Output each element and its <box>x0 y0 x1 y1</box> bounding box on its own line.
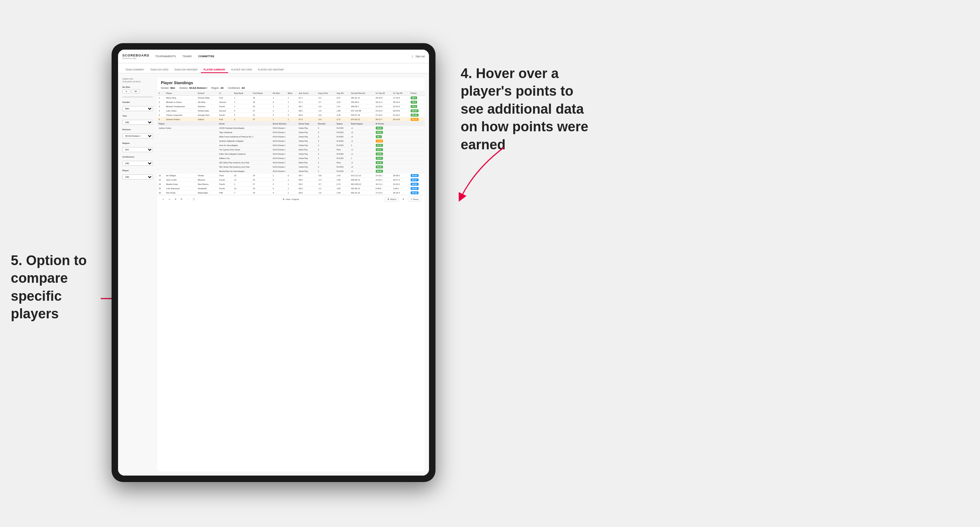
table-row: 6 Jackson Kolson Auburn First 2 27 1 1 6… <box>157 117 425 122</box>
player-name-cell[interactable]: Michael Thorbjornsen <box>164 104 196 109</box>
conference-filter: Conference (All) <box>123 156 153 166</box>
points-badge-hovered[interactable]: 58.18 <box>410 118 418 121</box>
no-rds-filter: No Rds. <box>123 86 153 97</box>
w-points-badge: 16.50 <box>376 152 383 156</box>
redo-button[interactable]: ↪ <box>167 197 172 201</box>
share-button[interactable]: ↗ Share <box>408 197 421 202</box>
player-select[interactable]: (All) <box>123 175 153 179</box>
player-name-cell[interactable]: Jackson Kolson <box>164 117 196 122</box>
update-time: Update time: 27/01/2024 16:56:26 <box>123 78 153 83</box>
more-button[interactable]: ··· <box>185 197 190 201</box>
conference-filter-display: Conference: All <box>228 87 245 89</box>
filters-row: Gender: Men Division: NCAA Division I Re… <box>161 87 421 89</box>
player-name-cell[interactable]: Michael Le Sasso <box>164 100 196 104</box>
undo-button[interactable]: ↩ <box>161 197 165 201</box>
points-badge[interactable]: 76.3 <box>410 101 417 103</box>
expanded-table-row: Jackson Kolson UNCW Seahawk Intercollegi… <box>157 126 425 130</box>
tablet-screen: SCOREBOARD Powered by clippi TOURNAMENTS… <box>118 50 429 476</box>
points-badge[interactable]: 60.02 <box>410 183 418 186</box>
tab-player-summary[interactable]: PLAYER SUMMARY <box>201 67 229 73</box>
col-adj-score: Adj. Score <box>297 91 317 96</box>
nav-committee[interactable]: COMMITTEE <box>198 53 215 59</box>
player-name-cell[interactable]: Luke Claton <box>164 109 196 113</box>
table-row: 23 Jack Lundin Missouri Fourth 11 24 0 1… <box>157 178 425 182</box>
conference-select[interactable]: (All) <box>123 161 153 166</box>
table-row: 5 Christo Lamprecht Georgia Tech Fourth … <box>157 113 425 117</box>
no-rds-min-input[interactable] <box>123 89 130 94</box>
col-vs25: Vs Top 25 <box>374 91 392 96</box>
points-badge[interactable]: 88.2 <box>410 97 417 99</box>
settings-button[interactable]: ⚙ <box>173 197 178 201</box>
player-name-cell[interactable]: Petr Hruby <box>164 190 196 195</box>
watch-button[interactable]: 👁 Watch <box>385 197 399 202</box>
points-badge[interactable]: 60.27 <box>410 178 418 181</box>
player-name-cell[interactable]: Wenyi Ding <box>164 96 196 100</box>
tab-team-summary[interactable]: TEAM SUMMARY <box>123 67 147 73</box>
points-badge[interactable]: 60.49 <box>410 114 418 117</box>
expanded-table-row: Fallen Oak Collegiate Invitational NCAA … <box>157 152 425 156</box>
points-badge[interactable]: 38.49 <box>410 191 418 194</box>
table-row: 24 Bastien Amat New Mexico Fourth 1 27 2… <box>157 182 425 186</box>
expanded-table-row: Tiger Invitational NCAA Division I Strok… <box>157 130 425 135</box>
expanded-table-row: SEC Stroke Play hosted by Jerry Pate NCA… <box>157 165 425 169</box>
top-nav: SCOREBOARD Powered by clippi TOURNAMENTS… <box>118 50 429 63</box>
w-points-badge: 25.38 <box>376 161 383 164</box>
player-name-cell[interactable]: Cole Sherwood <box>164 186 196 190</box>
points-badge[interactable]: 70.2 <box>410 105 417 108</box>
filters-panel: Update time: 27/01/2024 16:56:26 No Rds.… <box>123 78 153 471</box>
nav-teams[interactable]: TEAMS <box>183 53 192 59</box>
tab-team-h2h-heatmap[interactable]: TEAM H2H HEATMAP <box>171 67 201 73</box>
share-icon: ↗ <box>410 198 412 200</box>
sign-out-link[interactable]: Sign out <box>415 55 425 57</box>
points-badge[interactable]: 60.56 <box>410 174 418 177</box>
points-badge[interactable]: 39.95 <box>410 187 418 190</box>
standings-header: Player Standings Gender: Men Division: N… <box>157 78 425 91</box>
watch-icon: 👁 <box>387 198 390 200</box>
col-to-par: Avg to-Par <box>317 91 336 96</box>
col-player: Player <box>164 91 196 96</box>
points-badge[interactable]: 68.54 <box>410 110 418 112</box>
col-points: Points <box>409 91 425 96</box>
player-label: Player <box>123 170 153 171</box>
copy-button[interactable]: ⧉ <box>179 197 183 201</box>
section-divider-row: Player Event Event Division Event Type R… <box>157 122 425 126</box>
no-rds-max-input[interactable] <box>132 89 140 94</box>
player-name-cell[interactable]: Jack Lundin <box>164 178 196 182</box>
gender-select[interactable]: Men Women <box>123 106 153 111</box>
download-button[interactable]: ⬇ <box>401 197 406 201</box>
toolbar-right: 👁 Watch ⬇ ↗ Share <box>385 197 421 202</box>
no-rds-slider <box>123 97 153 97</box>
toolbar-center: 👁 View: Original <box>283 198 299 200</box>
w-points-badge: 56.38 <box>376 165 383 168</box>
table-row: 4 Luke Claton Florida State Second 5 27 … <box>157 109 425 113</box>
conference-label: Conference <box>123 156 153 158</box>
annotation-left: 5. Option to compare specific players <box>11 252 111 323</box>
col-num: # <box>157 91 164 96</box>
player-name-cell[interactable]: Bastien Amat <box>164 182 196 186</box>
logo-area: SCOREBOARD Powered by clippi <box>123 54 150 59</box>
col-vs50: Vs Top 50 <box>391 91 409 96</box>
division-select[interactable]: NCAA Division I <box>123 133 153 138</box>
nav-tournaments[interactable]: TOURNAMENTS <box>155 53 176 59</box>
player-name-cell[interactable]: Ian Gilligan <box>164 173 196 178</box>
w-points-badge: 40.64 <box>376 127 383 130</box>
division-filter: Division NCAA Division I <box>123 129 153 138</box>
clock-button[interactable]: 🕐 <box>191 197 197 201</box>
expanded-table-row: Southern Highlands Collegiate NCAA Divis… <box>157 139 425 143</box>
division-label: Division <box>123 129 153 130</box>
w-points-badge: 24.11 <box>376 148 383 151</box>
tab-player-h2h-grid[interactable]: PLAYER H2H GRID <box>228 67 255 73</box>
table-row: 1 Wenyi Ding Arizona State First 1 15 1 … <box>157 96 425 100</box>
view-label: View: Original <box>286 198 299 200</box>
w-points-badge: 66.40 <box>376 170 383 173</box>
app-title: SCOREBOARD <box>123 54 150 57</box>
no-rds-label: No Rds. <box>123 86 153 88</box>
tab-player-h2h-heatmap[interactable]: PLAYER H2H HEATMAP <box>255 67 287 73</box>
tab-team-h2h-grid[interactable]: TEAM H2H GRID <box>147 67 171 73</box>
divider-icon: | <box>412 55 412 57</box>
table-row: 22 Ian Gilligan Florida Third 10 24 1 0 … <box>157 173 425 178</box>
top-nav-right: | Sign out <box>412 55 425 57</box>
player-name-cell[interactable]: Christo Lamprecht <box>164 113 196 117</box>
region-select[interactable]: N/A <box>123 147 153 152</box>
year-select[interactable]: (All) <box>123 120 153 125</box>
